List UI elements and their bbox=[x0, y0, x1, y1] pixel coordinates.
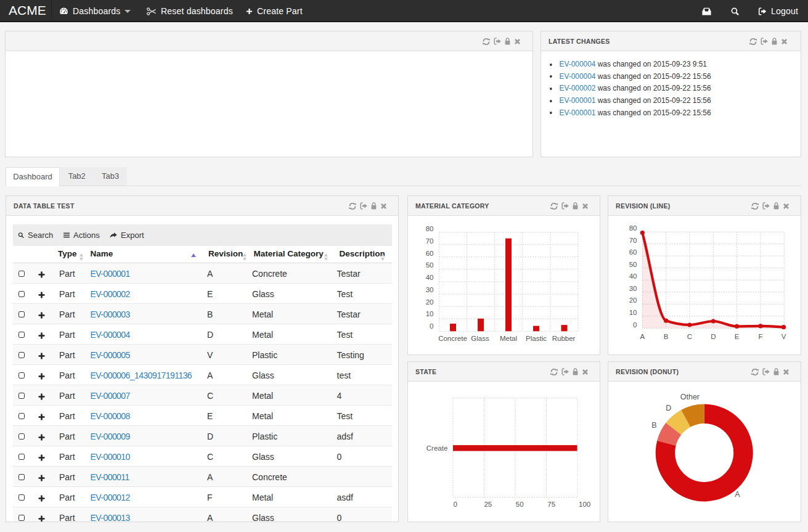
svg-text:Metal: Metal bbox=[500, 335, 517, 342]
svg-text:A: A bbox=[735, 490, 740, 499]
svg-text:F: F bbox=[758, 333, 762, 340]
svg-text:V: V bbox=[781, 333, 786, 340]
svg-text:25: 25 bbox=[484, 501, 492, 508]
svg-text:30: 30 bbox=[629, 285, 637, 292]
svg-text:D: D bbox=[666, 404, 671, 412]
svg-text:B: B bbox=[664, 333, 669, 340]
svg-text:50: 50 bbox=[426, 261, 434, 269]
svg-text:40: 40 bbox=[426, 274, 434, 281]
svg-text:A: A bbox=[640, 333, 645, 340]
svg-text:50: 50 bbox=[629, 261, 637, 268]
svg-text:Other: Other bbox=[680, 393, 700, 401]
svg-text:20: 20 bbox=[426, 298, 434, 306]
svg-text:80: 80 bbox=[629, 224, 637, 232]
svg-text:Rubber: Rubber bbox=[552, 335, 576, 342]
svg-text:100: 100 bbox=[579, 501, 590, 508]
svg-text:0: 0 bbox=[453, 501, 457, 508]
svg-text:70: 70 bbox=[426, 237, 434, 245]
svg-text:E: E bbox=[735, 333, 740, 340]
svg-text:50: 50 bbox=[516, 501, 524, 508]
svg-text:75: 75 bbox=[547, 501, 555, 508]
svg-text:Create: Create bbox=[426, 444, 448, 452]
svg-text:Concrete: Concrete bbox=[438, 335, 467, 342]
svg-text:0: 0 bbox=[633, 321, 637, 329]
svg-text:B: B bbox=[651, 421, 656, 430]
svg-text:60: 60 bbox=[629, 248, 637, 256]
svg-text:60: 60 bbox=[426, 250, 434, 257]
svg-text:10: 10 bbox=[629, 309, 637, 316]
svg-text:10: 10 bbox=[426, 310, 434, 317]
svg-text:C: C bbox=[687, 333, 692, 340]
svg-text:80: 80 bbox=[426, 225, 434, 232]
svg-text:70: 70 bbox=[629, 237, 637, 244]
svg-text:30: 30 bbox=[426, 286, 434, 293]
svg-text:Plastic: Plastic bbox=[526, 335, 547, 342]
svg-text:40: 40 bbox=[629, 272, 637, 280]
svg-text:Glass: Glass bbox=[471, 335, 489, 342]
svg-text:D: D bbox=[711, 333, 716, 340]
svg-text:0: 0 bbox=[430, 322, 433, 330]
svg-text:20: 20 bbox=[629, 297, 637, 304]
